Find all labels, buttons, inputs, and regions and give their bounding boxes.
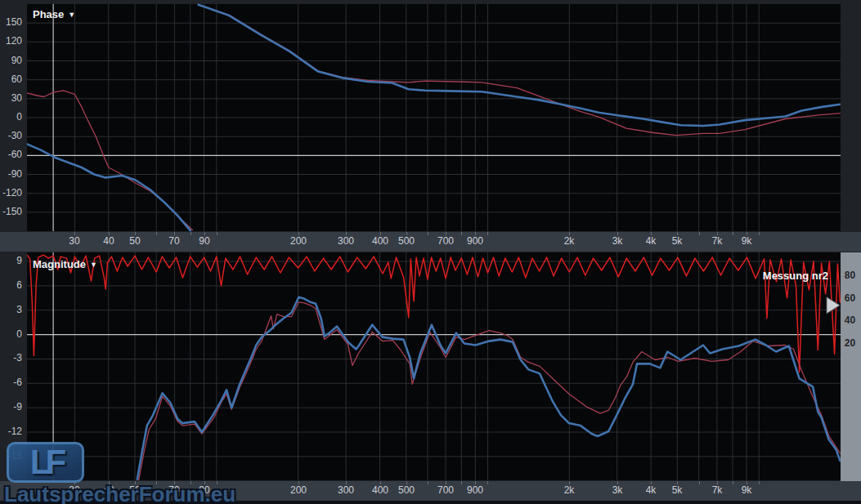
phase-y-tick-label: -30: [0, 130, 22, 141]
measurement-app-window: 1501209060300-30-60-90-120-150 9630-3-6-…: [0, 0, 861, 504]
phase-y-tick-label: -150: [0, 206, 22, 217]
phase-y-tick-label: -60: [0, 149, 22, 160]
magnitude-panel-dropdown[interactable]: Magnitude▼: [33, 258, 97, 270]
phase-y-tick-label: 30: [0, 92, 22, 104]
right-axis-tick-label: 80: [841, 270, 859, 281]
frequency-tick-label: 9k: [729, 484, 765, 496]
magnitude-y-tick-label: 9: [0, 255, 22, 266]
magnitude-chart[interactable]: [0, 252, 861, 480]
chevron-down-icon: ▼: [90, 261, 97, 269]
right-axis-tick-label: 20: [841, 337, 859, 349]
magnitude-panel-title: Magnitude: [33, 258, 86, 270]
phase-y-axis: 1501209060300-30-60-90-120-150: [0, 0, 25, 232]
phase-y-tick-label: -120: [0, 187, 22, 198]
phase-y-tick-label: 0: [0, 111, 22, 123]
magnitude-y-tick-label: 3: [0, 304, 22, 315]
phase-panel-title: Phase: [33, 8, 64, 20]
magnitude-y-tick-label: 6: [0, 279, 22, 291]
phase-y-tick-label: 60: [0, 74, 22, 85]
frequency-tick-label: 300: [328, 235, 364, 247]
magnitude-y-tick-label: -9: [0, 401, 22, 413]
frequency-tick-label: 50: [117, 235, 153, 247]
magnitude-y-tick-label: -3: [0, 352, 22, 364]
frequency-tick-label: 3k: [599, 484, 635, 496]
phase-y-tick-label: 90: [0, 55, 22, 66]
magnitude-plot-background: [27, 252, 841, 480]
frequency-tick-label: 30: [56, 235, 92, 247]
frequency-tick-label: 300: [328, 484, 364, 496]
measurement-name-label: Messung nr2: [763, 270, 828, 282]
magnitude-y-tick-label: 0: [0, 328, 22, 340]
frequency-tick-label: 200: [280, 484, 316, 496]
frequency-tick-label: 900: [457, 484, 493, 496]
phase-chart[interactable]: [0, 0, 861, 232]
forum-logo-text: LF: [30, 443, 61, 482]
frequency-tick-label: 3k: [599, 235, 635, 247]
frequency-tick-label: 5k: [659, 484, 695, 496]
frequency-tick-label: 90: [186, 235, 222, 247]
phase-y-tick-label: -90: [0, 168, 22, 180]
phase-y-tick-label: 150: [0, 16, 22, 28]
frequency-tick-label: 9k: [729, 235, 765, 247]
frequency-tick-label: 200: [280, 235, 316, 247]
magnitude-y-tick-label: -6: [0, 377, 22, 388]
right-scale-axis: 80604020: [841, 252, 861, 481]
right-axis-tick-label: 60: [841, 292, 859, 304]
phase-panel-dropdown[interactable]: Phase▼: [33, 8, 75, 20]
frequency-tick-label: 2k: [551, 235, 587, 247]
right-axis-tick-label: 40: [841, 314, 859, 326]
frequency-tick-label: 2k: [551, 484, 587, 496]
frequency-tick-label: 500: [388, 235, 424, 247]
phase-y-tick-label: 120: [0, 35, 22, 47]
chevron-down-icon: ▼: [68, 11, 75, 19]
frequency-tick-label: 900: [457, 235, 493, 247]
frequency-axis-middle: 30405070902003004005007009002k3k4k5k7k9k: [0, 232, 861, 252]
watermark-text: LautsprecherForum.eu: [4, 482, 235, 504]
frequency-tick-label: 500: [388, 484, 424, 496]
forum-logo: LF: [7, 442, 84, 483]
frequency-tick-label: 5k: [659, 235, 695, 247]
magnitude-y-tick-label: -12: [0, 426, 22, 437]
